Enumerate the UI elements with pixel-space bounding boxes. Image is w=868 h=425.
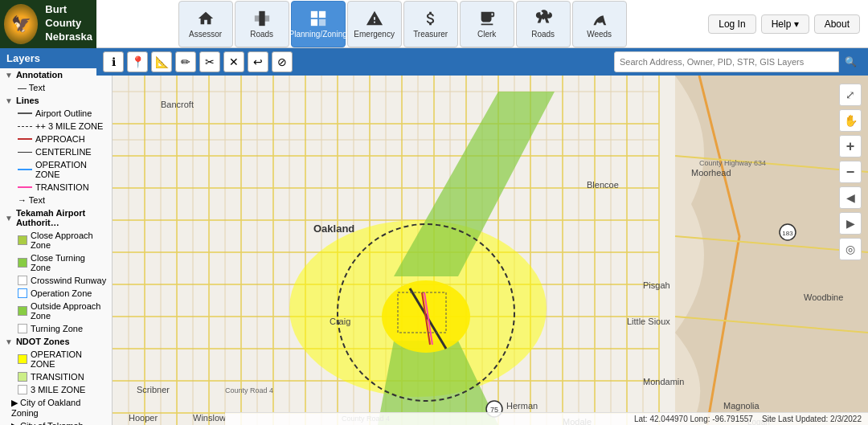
layer-outside-approach[interactable]: Outside Approach Zone bbox=[0, 300, 112, 322]
help-button[interactable]: Help ▾ bbox=[761, 14, 809, 34]
svg-text:County Highway 634: County Highway 634 bbox=[699, 159, 766, 167]
layer-airport-outline[interactable]: Airport Outline bbox=[0, 107, 112, 120]
search-button[interactable]: 🔍 bbox=[839, 51, 862, 72]
svg-text:Magnolia: Magnolia bbox=[723, 401, 760, 411]
coordinates: Lat: 42.044970 Long: -96.791557 bbox=[634, 415, 753, 423]
logo-area: 🦅 Burt County Nebraska bbox=[0, 0, 96, 48]
svg-text:Craig: Craig bbox=[330, 317, 350, 326]
layer-text-annotation[interactable]: — Text bbox=[0, 81, 112, 94]
layer-close-approach[interactable]: Close Approach Zone bbox=[0, 229, 112, 251]
layer-crosswind[interactable]: Crosswind Runway bbox=[0, 274, 112, 287]
layer-ndot-transition[interactable]: TRANSITION bbox=[0, 370, 112, 383]
svg-text:Little Sioux: Little Sioux bbox=[627, 317, 670, 326]
layer-operation-zone-fill[interactable]: Operation Zone bbox=[0, 287, 112, 300]
layer-ndot-zones[interactable]: ▼ NDOT Zones bbox=[0, 335, 112, 348]
layer-turning-zone[interactable]: Turning Zone bbox=[0, 322, 112, 335]
layer-lines[interactable]: ▼ Lines bbox=[0, 94, 112, 107]
svg-text:Pisgah: Pisgah bbox=[643, 280, 670, 290]
pan-button[interactable]: ✋ bbox=[839, 109, 862, 132]
header: 🦅 Burt County Nebraska Assessor Roads Pl… bbox=[0, 0, 868, 48]
svg-text:Woodbine: Woodbine bbox=[804, 292, 843, 302]
svg-text:Winslow: Winslow bbox=[193, 413, 226, 423]
map-controls: ⤢ ✋ + − ◀ ▶ ◎ bbox=[839, 84, 862, 260]
sidebar-header: Layers ❮ bbox=[0, 48, 112, 68]
zoom-out-button[interactable]: − bbox=[839, 161, 862, 183]
nav-icons: Assessor Roads Planning/Zoning Emergency… bbox=[96, 1, 708, 47]
nav-planning-zoning[interactable]: Planning/Zoning bbox=[291, 1, 346, 47]
tool-draw[interactable]: ✏ bbox=[175, 51, 196, 72]
svg-rect-2 bbox=[310, 10, 317, 17]
county-title: Burt County Nebraska bbox=[45, 3, 96, 44]
map-background: Blencoe Moorhead Pisgah Little Sioux Mon… bbox=[113, 76, 868, 425]
site-last-updated: Site Last Updated: 2/3/2022 bbox=[762, 415, 862, 423]
map-svg: Blencoe Moorhead Pisgah Little Sioux Mon… bbox=[113, 76, 868, 425]
tool-measure[interactable]: 📐 bbox=[151, 51, 172, 72]
layer-close-turning[interactable]: Close Turning Zone bbox=[0, 251, 112, 274]
nav-roads[interactable]: Roads bbox=[235, 1, 289, 47]
svg-rect-4 bbox=[310, 18, 317, 25]
pan-right-button[interactable]: ▶ bbox=[839, 212, 862, 235]
layer-transition-line[interactable]: TRANSITION bbox=[0, 181, 112, 194]
layer-ndot-3mile[interactable]: 3 MILE ZONE bbox=[0, 383, 112, 396]
logo-icon: 🦅 bbox=[4, 4, 38, 44]
zoom-in-button[interactable]: + bbox=[839, 135, 862, 157]
layer-centerline[interactable]: CENTERLINE bbox=[0, 145, 112, 158]
svg-text:Herman: Herman bbox=[506, 401, 538, 411]
layer-approach[interactable]: APPROACH bbox=[0, 133, 112, 145]
nav-assessor[interactable]: Assessor bbox=[178, 1, 233, 47]
map[interactable]: Blencoe Moorhead Pisgah Little Sioux Mon… bbox=[113, 76, 868, 425]
nav-treasurer[interactable]: Treasurer bbox=[403, 1, 458, 47]
svg-rect-5 bbox=[319, 18, 326, 25]
nav-emergency[interactable]: Emergency bbox=[347, 1, 402, 47]
locate-button[interactable]: ◎ bbox=[839, 238, 862, 260]
tool-pin[interactable]: 📍 bbox=[127, 51, 148, 72]
nav-weeds[interactable]: Weeds bbox=[572, 1, 627, 47]
pan-left-button[interactable]: ◀ bbox=[839, 186, 862, 209]
nav-roads2[interactable]: Roads bbox=[516, 1, 571, 47]
status-bar: Lat: 42.044970 Long: -96.791557 Site Las… bbox=[225, 412, 868, 425]
svg-rect-1 bbox=[254, 15, 268, 21]
svg-text:Scribner: Scribner bbox=[137, 385, 170, 394]
tool-info[interactable]: ℹ bbox=[103, 51, 124, 72]
search-bar: 🔍 bbox=[614, 51, 862, 72]
tool-scissors[interactable]: ✂ bbox=[199, 51, 220, 72]
about-button[interactable]: About bbox=[814, 14, 860, 34]
svg-text:Oakland: Oakland bbox=[313, 223, 354, 235]
tool-delete[interactable]: ✕ bbox=[223, 51, 244, 72]
svg-text:Hooper: Hooper bbox=[129, 413, 158, 423]
zoom-extent-button[interactable]: ⤢ bbox=[839, 84, 862, 106]
nav-clerk[interactable]: Clerk bbox=[460, 1, 514, 47]
tool-clear[interactable]: ⊘ bbox=[272, 51, 293, 72]
layer-tekamah-airport[interactable]: ▼ Tekamah Airport Authorit… bbox=[0, 206, 112, 229]
tool-undo[interactable]: ↩ bbox=[248, 51, 268, 72]
svg-text:Moorhead: Moorhead bbox=[691, 168, 731, 178]
layer-annotation[interactable]: ▼ Annotation bbox=[0, 68, 112, 81]
layer-3mile-zone[interactable]: ++ 3 MILE ZONE bbox=[0, 120, 112, 133]
toolbar: ℹ 📍 📐 ✏ ✂ ✕ ↩ ⊘ 🔍 bbox=[96, 48, 868, 76]
layer-tekamah-zoning[interactable]: ▶ City of Tekamah Zoning bbox=[0, 419, 112, 425]
login-button[interactable]: Log In bbox=[708, 14, 755, 34]
svg-text:Mondamin: Mondamin bbox=[643, 377, 684, 386]
svg-rect-3 bbox=[319, 10, 326, 17]
svg-text:Blencoe: Blencoe bbox=[587, 180, 619, 190]
sidebar: Layers ❮ ▼ Annotation — Text ▼ Lines Air… bbox=[0, 48, 113, 425]
layer-ndot-operation[interactable]: OPERATION ZONE bbox=[0, 348, 112, 370]
layer-oakland-zoning[interactable]: ▶ City of Oakland Zoning bbox=[0, 396, 112, 419]
top-right-buttons: Log In Help ▾ About bbox=[708, 14, 860, 34]
layer-operation-zone-line[interactable]: OPERATION ZONE bbox=[0, 158, 112, 181]
svg-text:County Road 4: County Road 4 bbox=[225, 386, 273, 394]
svg-text:183: 183 bbox=[782, 230, 793, 237]
layer-text-lines[interactable]: → Text bbox=[0, 194, 112, 206]
svg-text:Bancroft: Bancroft bbox=[161, 100, 194, 109]
search-input[interactable] bbox=[614, 51, 839, 72]
